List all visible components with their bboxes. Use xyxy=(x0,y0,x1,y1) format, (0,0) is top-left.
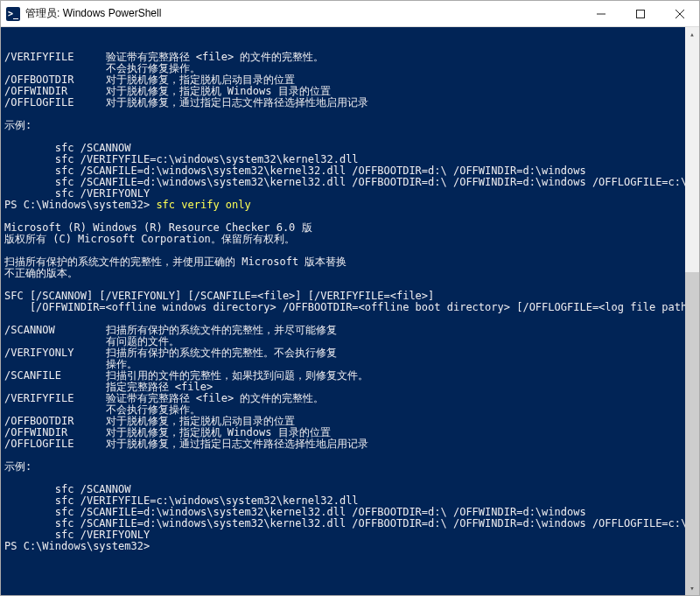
scroll-down-arrow-icon[interactable]: ▾ xyxy=(685,581,699,595)
terminal-line: 示例: xyxy=(4,461,696,473)
terminal-area[interactable]: /VERIFYFILE 验证带有完整路径 <file> 的文件的完整性。 不会执… xyxy=(1,27,699,595)
terminal-line: /OFFLOGFILE 对于脱机修复，通过指定日志文件路径选择性地启用记录 xyxy=(4,97,696,109)
terminal-line: 扫描所有保护的系统文件的完整性，并使用正确的 Microsoft 版本替换 xyxy=(4,256,696,268)
minimize-icon xyxy=(597,10,606,18)
command-input: sfc verify only xyxy=(156,199,250,211)
terminal-line: 示例: xyxy=(4,120,696,131)
terminal-line: 版权所有 (C) Microsoft Corporation。保留所有权利。 xyxy=(4,234,696,245)
close-icon xyxy=(676,10,684,18)
powershell-icon: >_ xyxy=(6,7,20,21)
scroll-up-arrow-icon[interactable]: ▴ xyxy=(685,27,699,41)
window-controls xyxy=(581,1,699,26)
terminal-line: 不正确的版本。 xyxy=(4,268,696,279)
prompt: PS C:\Windows\system32> xyxy=(4,540,156,552)
prompt: PS C:\Windows\system32> xyxy=(4,199,156,211)
terminal-line: PS C:\Windows\system32> sfc verify only xyxy=(4,200,696,211)
svg-rect-1 xyxy=(636,10,644,18)
close-button[interactable] xyxy=(660,1,699,26)
terminal-line xyxy=(4,109,696,120)
terminal-line xyxy=(4,450,696,461)
maximize-button[interactable] xyxy=(620,1,660,26)
terminal-line: [/OFFWINDIR=<offline windows directory> … xyxy=(4,302,696,313)
terminal-line: /OFFLOGFILE 对于脱机修复，通过指定日志文件路径选择性地启用记录 xyxy=(4,438,696,450)
window-title: 管理员: Windows PowerShell xyxy=(25,6,161,21)
terminal-line: PS C:\Windows\system32> xyxy=(4,541,696,552)
terminal-content: /VERIFYFILE 验证带有完整路径 <file> 的文件的完整性。 不会执… xyxy=(4,52,696,552)
maximize-icon xyxy=(636,10,645,18)
minimize-button[interactable] xyxy=(581,1,620,26)
titlebar[interactable]: >_ 管理员: Windows PowerShell xyxy=(1,1,699,27)
scroll-thumb[interactable] xyxy=(685,272,699,595)
scrollbar[interactable]: ▴ ▾ xyxy=(685,27,699,595)
titlebar-left: >_ 管理员: Windows PowerShell xyxy=(1,6,161,21)
